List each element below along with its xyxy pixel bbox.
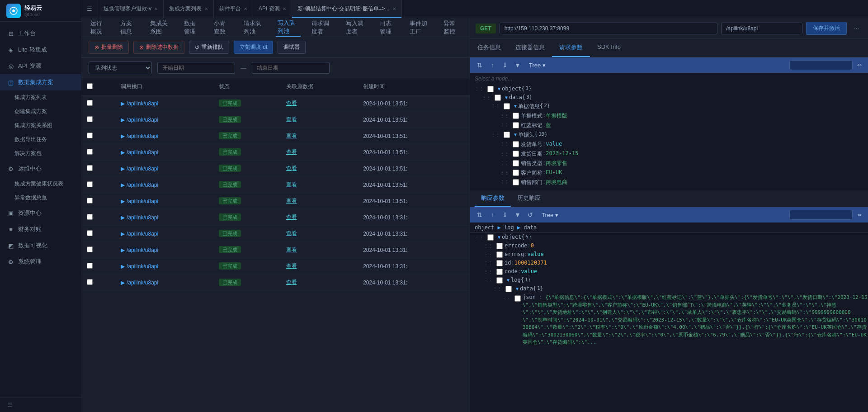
sidebar-item-api-resource[interactable]: ◎ API 资源 xyxy=(0,58,81,74)
sub-nav-overview[interactable]: 运行概况 xyxy=(89,18,109,37)
row-select-checkbox[interactable] xyxy=(87,149,93,155)
node-checkbox[interactable] xyxy=(504,103,510,109)
tab-close-refund[interactable]: ✕ xyxy=(154,6,158,11)
row-api[interactable]: ▶/apilink/u8api xyxy=(115,128,213,144)
node-dots[interactable]: ⋮⋮ xyxy=(499,142,510,147)
node-checkbox[interactable] xyxy=(513,170,519,176)
sidebar-sub-solution-list[interactable]: 集成方案列表 xyxy=(0,90,81,104)
api-link[interactable]: /apilink/u8api xyxy=(127,182,158,188)
tree-mode-label[interactable]: Tree ▾ xyxy=(529,62,546,69)
sidebar-bottom[interactable]: ☰ xyxy=(0,398,81,412)
tab-request-params[interactable]: 请求参数 xyxy=(552,39,590,57)
node-checkbox[interactable] xyxy=(496,260,503,266)
row-api[interactable]: ▶/apilink/u8api xyxy=(115,193,213,209)
resp-tree-mode-label[interactable]: Tree ▾ xyxy=(542,212,558,218)
node-dots[interactable]: ⋮⋮ xyxy=(490,132,501,137)
api-link[interactable]: /apilink/u8api xyxy=(127,263,158,270)
tab-connector-info[interactable]: 连接器信息 xyxy=(508,39,552,57)
node-checkbox[interactable] xyxy=(513,122,519,128)
row-checkbox[interactable] xyxy=(81,275,115,291)
sub-nav-write-pool[interactable]: 写入队列池 xyxy=(276,18,301,37)
row-related[interactable]: 查看 xyxy=(281,242,358,258)
row-checkbox[interactable] xyxy=(81,226,115,242)
node-checkbox[interactable] xyxy=(513,151,519,157)
tree-collapse-all-btn[interactable]: ↑ xyxy=(487,60,497,70)
tree-expand-all-btn[interactable]: ⇅ xyxy=(475,60,485,70)
api-link[interactable]: /apilink/u8api xyxy=(127,166,158,172)
node-checkbox[interactable] xyxy=(513,179,519,185)
sidebar-sub-health[interactable]: 集成方案健康状况表 xyxy=(0,177,81,191)
row-checkbox[interactable] xyxy=(81,144,115,161)
related-link[interactable]: 查看 xyxy=(286,230,297,237)
breadcrumb-data[interactable]: data xyxy=(524,224,537,231)
node-checkbox[interactable] xyxy=(487,234,494,241)
api-link[interactable]: /apilink/u8api xyxy=(127,231,158,237)
sub-nav-event[interactable]: 事件加工厂 xyxy=(408,18,433,37)
row-checkbox[interactable] xyxy=(81,112,115,128)
api-link[interactable]: /apilink/u8api xyxy=(127,279,158,286)
row-related[interactable]: 查看 xyxy=(281,112,358,128)
row-api[interactable]: ▶/apilink/u8api xyxy=(115,226,213,242)
tree-sort-btn[interactable]: ⇓ xyxy=(500,60,510,70)
sidebar-item-data-viz[interactable]: ◩ 数据可视化 xyxy=(0,237,81,254)
row-related[interactable]: 查看 xyxy=(281,226,358,242)
schedule-button[interactable]: 立刻调度 dt xyxy=(234,41,273,54)
tab-software[interactable]: 软件平台 ✕ xyxy=(214,0,253,18)
row-api[interactable]: ▶/apilink/u8api xyxy=(115,95,213,112)
node-checkbox[interactable] xyxy=(514,295,521,302)
node-checkbox[interactable] xyxy=(496,251,503,258)
tab-task-info[interactable]: 任务信息 xyxy=(470,39,508,57)
api-link[interactable]: /apilink/u8api xyxy=(127,247,158,253)
api-path-input[interactable] xyxy=(721,23,802,34)
sidebar-sub-anomaly[interactable]: 异常数据总览 xyxy=(0,191,81,205)
related-link[interactable]: 查看 xyxy=(286,263,297,269)
row-api[interactable]: ▶/apilink/u8api xyxy=(115,161,213,177)
related-link[interactable]: 查看 xyxy=(286,149,297,155)
queue-status-filter[interactable]: 队列状态 xyxy=(89,62,152,74)
row-select-checkbox[interactable] xyxy=(87,214,93,220)
node-checkbox[interactable] xyxy=(513,113,519,119)
api-link[interactable]: /apilink/u8api xyxy=(127,117,158,123)
node-arrow[interactable]: ▼ xyxy=(513,132,518,137)
tab-solution-list[interactable]: 集成方案列表 ✕ xyxy=(164,0,214,18)
related-link[interactable]: 查看 xyxy=(286,100,297,106)
node-dots[interactable]: ⋮⋮ xyxy=(499,180,510,185)
sidebar-item-ops[interactable]: ⚙ 运维中心 xyxy=(0,161,81,177)
resp-sort-btn[interactable]: ⇓ xyxy=(500,210,510,220)
node-checkbox[interactable] xyxy=(487,86,494,92)
sidebar-item-sys[interactable]: ⚙ 系统管理 xyxy=(0,254,81,270)
node-dots[interactable]: ⋮⋮ xyxy=(483,243,494,248)
api-link[interactable]: /apilink/u8api xyxy=(127,214,158,221)
row-related[interactable]: 查看 xyxy=(281,258,358,275)
node-dots[interactable]: ⋮⋮ xyxy=(483,252,494,257)
sub-nav-req-scheduler[interactable]: 请求调度者 xyxy=(310,18,335,37)
row-api[interactable]: ▶/apilink/u8api xyxy=(115,209,213,226)
related-link[interactable]: 查看 xyxy=(286,246,297,253)
row-api[interactable]: ▶/apilink/u8api xyxy=(115,112,213,128)
sub-nav-write-scheduler[interactable]: 写入调度者 xyxy=(344,18,369,37)
node-checkbox[interactable] xyxy=(496,243,503,249)
save-activate-button[interactable]: 保存并激活 xyxy=(806,22,847,35)
row-related[interactable]: 查看 xyxy=(281,209,358,226)
node-dots[interactable]: ⋮⋮ xyxy=(481,95,492,100)
sidebar-item-lite[interactable]: ◈ Lite 轻集成 xyxy=(0,42,81,58)
row-select-checkbox[interactable] xyxy=(87,230,93,236)
tab-close-api-resource[interactable]: ✕ xyxy=(283,6,286,11)
resp-undo-btn[interactable]: ↺ xyxy=(525,210,535,220)
resp-tab-history[interactable]: 历史响应 xyxy=(511,190,547,207)
sub-nav-relation[interactable]: 集成关系图 xyxy=(148,18,173,37)
tree-expand-icon[interactable]: ⇔ xyxy=(855,62,863,68)
related-link[interactable]: 查看 xyxy=(286,279,297,285)
api-link[interactable]: /apilink/u8api xyxy=(127,149,158,156)
node-checkbox[interactable] xyxy=(495,95,501,101)
tab-api-resource[interactable]: API 资源 ✕ xyxy=(253,0,292,18)
row-api[interactable]: ▶/apilink/u8api xyxy=(115,177,213,193)
node-dots[interactable]: ⋮⋮ xyxy=(483,269,494,274)
node-dots[interactable]: ⋮⋮ xyxy=(499,123,510,128)
node-checkbox[interactable] xyxy=(505,286,512,292)
row-select-checkbox[interactable] xyxy=(87,246,93,252)
row-related[interactable]: 查看 xyxy=(281,144,358,161)
row-checkbox[interactable] xyxy=(81,95,115,112)
tab-close-active[interactable]: ✕ xyxy=(392,6,396,11)
resp-collapse-btn[interactable]: ↑ xyxy=(487,210,497,220)
